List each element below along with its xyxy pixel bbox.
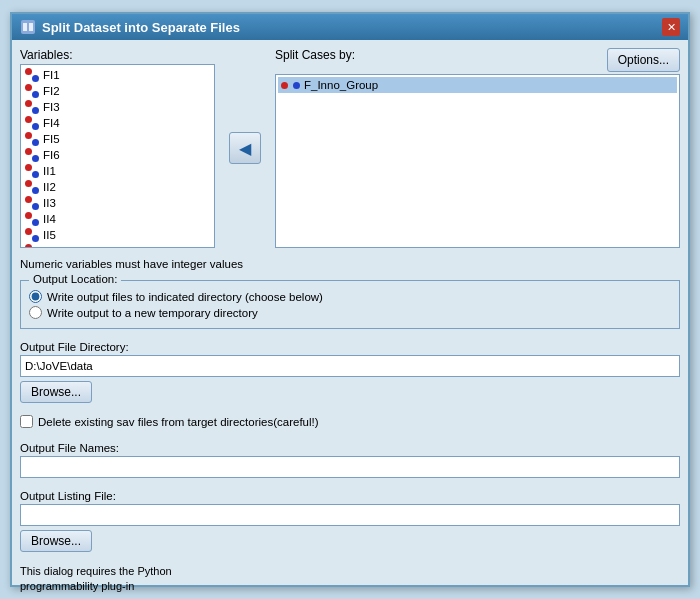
variable-type-icon xyxy=(25,148,39,162)
dialog-body: Variables: FI1FI2FI3FI4FI5FI6II1II2II3II… xyxy=(12,40,688,599)
list-item[interactable]: FI2 xyxy=(23,83,212,99)
variables-label: Variables: xyxy=(20,48,215,62)
info-text: This dialog requires the Python programm… xyxy=(20,564,200,595)
variables-panel: Variables: FI1FI2FI3FI4FI5FI6II1II2II3II… xyxy=(20,48,215,248)
variable-name: FI4 xyxy=(43,117,60,129)
list-item[interactable]: FI1 xyxy=(23,67,212,83)
svg-rect-2 xyxy=(29,23,33,31)
variable-type-icon xyxy=(25,196,39,210)
split-cases-listbox[interactable]: F_Inno_Group xyxy=(275,74,680,248)
split-header-row: Split Cases by: Options... xyxy=(275,48,680,72)
variable-name: II6 xyxy=(43,245,56,248)
list-item[interactable]: FI4 xyxy=(23,115,212,131)
variable-type-icon xyxy=(25,244,39,248)
variable-name: FI6 xyxy=(43,149,60,161)
delete-checkbox-row: Delete existing sav files from target di… xyxy=(20,415,680,428)
radio-row-indicated: Write output files to indicated director… xyxy=(29,290,671,303)
output-listing-file-row: Output Listing File: Browse... xyxy=(20,490,680,552)
list-item[interactable]: II5 xyxy=(23,227,212,243)
split-dataset-dialog: Split Dataset into Separate Files ✕ Vari… xyxy=(10,12,690,587)
split-case-name: F_Inno_Group xyxy=(304,79,378,91)
split-case-item[interactable]: F_Inno_Group xyxy=(278,77,677,93)
output-file-directory-label: Output File Directory: xyxy=(20,341,680,353)
output-file-directory-row: Output File Directory: Browse... xyxy=(20,341,680,403)
list-item[interactable]: II2 xyxy=(23,179,212,195)
delete-checkbox-label[interactable]: Delete existing sav files from target di… xyxy=(38,416,319,428)
variables-listbox[interactable]: FI1FI2FI3FI4FI5FI6II1II2II3II4II5II6Loca… xyxy=(20,64,215,248)
variable-name: FI3 xyxy=(43,101,60,113)
move-to-split-button[interactable]: ◀ xyxy=(229,132,261,164)
output-listing-file-input[interactable] xyxy=(20,504,680,526)
list-item[interactable]: FI3 xyxy=(23,99,212,115)
radio-temp[interactable] xyxy=(29,306,42,319)
right-section: Split Cases by: Options... F_Inno_Group xyxy=(275,48,680,248)
variable-type-icon xyxy=(25,68,39,82)
variable-type-icon xyxy=(25,100,39,114)
variable-name: II3 xyxy=(43,197,56,209)
variable-name: II2 xyxy=(43,181,56,193)
variable-name: II5 xyxy=(43,229,56,241)
radio-indicated-label[interactable]: Write output files to indicated director… xyxy=(47,291,323,303)
top-section: Variables: FI1FI2FI3FI4FI5FI6II1II2II3II… xyxy=(20,48,680,248)
dialog-title: Split Dataset into Separate Files xyxy=(42,20,240,35)
variable-name: II1 xyxy=(43,165,56,177)
split-dot-red xyxy=(281,82,288,89)
list-item[interactable]: FI6 xyxy=(23,147,212,163)
list-item[interactable]: II1 xyxy=(23,163,212,179)
output-file-names-input[interactable] xyxy=(20,456,680,478)
output-location-legend: Output Location: xyxy=(29,273,121,285)
radio-temp-label[interactable]: Write output to a new temporary director… xyxy=(47,307,258,319)
delete-checkbox[interactable] xyxy=(20,415,33,428)
variable-type-icon xyxy=(25,228,39,242)
split-dot-blue xyxy=(293,82,300,89)
variable-type-icon xyxy=(25,84,39,98)
dialog-icon xyxy=(20,19,36,35)
browse-directory-button[interactable]: Browse... xyxy=(20,381,92,403)
list-item[interactable]: II6 xyxy=(23,243,212,248)
variable-name: FI5 xyxy=(43,133,60,145)
svg-rect-1 xyxy=(23,23,27,31)
variable-type-icon xyxy=(25,180,39,194)
options-button[interactable]: Options... xyxy=(607,48,680,72)
variable-type-icon xyxy=(25,116,39,130)
radio-indicated[interactable] xyxy=(29,290,42,303)
variable-name: FI2 xyxy=(43,85,60,97)
variable-name: FI1 xyxy=(43,69,60,81)
browse-listing-button[interactable]: Browse... xyxy=(20,530,92,552)
title-bar-left: Split Dataset into Separate Files xyxy=(20,19,240,35)
list-item[interactable]: II4 xyxy=(23,211,212,227)
variable-type-icon xyxy=(25,164,39,178)
output-location-group: Output Location: Write output files to i… xyxy=(20,280,680,329)
output-listing-file-label: Output Listing File: xyxy=(20,490,680,502)
radio-row-temp: Write output to a new temporary director… xyxy=(29,306,671,319)
bottom-area: This dialog requires the Python programm… xyxy=(20,564,680,595)
split-cases-label: Split Cases by: xyxy=(275,48,355,62)
variable-type-icon xyxy=(25,132,39,146)
output-file-names-row: Output File Names: xyxy=(20,442,680,478)
output-file-directory-input[interactable] xyxy=(20,355,680,377)
close-button[interactable]: ✕ xyxy=(662,18,680,36)
list-item[interactable]: II3 xyxy=(23,195,212,211)
list-item[interactable]: FI5 xyxy=(23,131,212,147)
numeric-note: Numeric variables must have integer valu… xyxy=(20,258,680,270)
title-bar: Split Dataset into Separate Files ✕ xyxy=(12,14,688,40)
variable-type-icon xyxy=(25,212,39,226)
output-file-names-label: Output File Names: xyxy=(20,442,680,454)
variable-name: II4 xyxy=(43,213,56,225)
